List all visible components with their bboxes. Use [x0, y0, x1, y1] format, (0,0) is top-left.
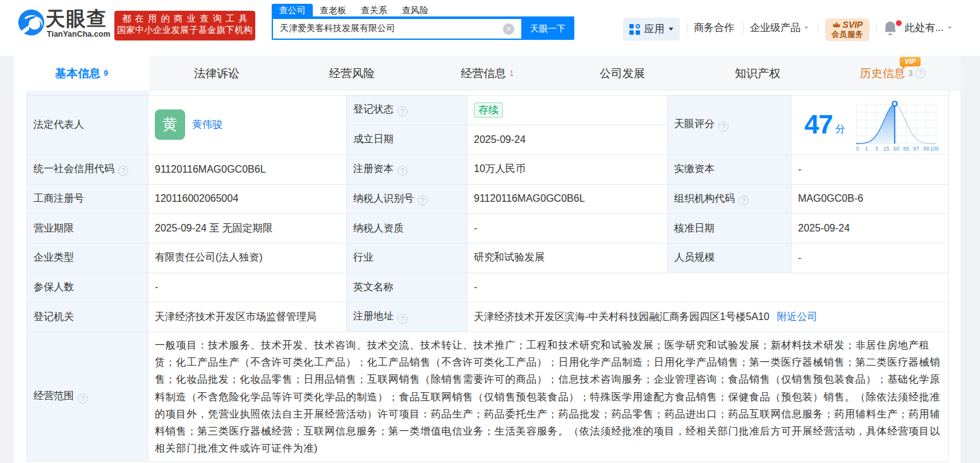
- label-registration-authority: 登记机关: [27, 302, 148, 332]
- table-row: [27, 90, 949, 95]
- tab-label: 历史信息: [860, 66, 905, 81]
- label-insured-count: 参保人数: [27, 273, 148, 302]
- tab-label: 知识产权: [735, 66, 780, 81]
- tab-legal-proceedings[interactable]: 法律诉讼: [149, 56, 284, 90]
- value-company-type: 有限责任公司(法人独资): [148, 243, 347, 273]
- value-taxpayer-qualification: -: [468, 214, 668, 244]
- label-staff-size: 人员规模: [668, 243, 792, 273]
- label-credit-code: 统一社会信用代码?: [27, 154, 148, 184]
- tab-label: 法律诉讼: [194, 66, 239, 81]
- tab-label: 经营风险: [329, 66, 375, 81]
- value-tianyan-score: 47 分: [792, 95, 949, 154]
- value-staff-size: -: [792, 243, 949, 273]
- label-company-type: 企业类型: [27, 243, 148, 273]
- score-number[interactable]: 47: [804, 109, 833, 140]
- header-menu: 应用 商务合作 企业级产品 SVIP 会员服务 此处有...: [0, 0, 980, 56]
- notification-dot: [896, 20, 902, 26]
- help-icon[interactable]: ?: [739, 195, 749, 206]
- help-icon[interactable]: ?: [78, 393, 88, 404]
- user-caret-icon: [947, 27, 952, 29]
- table-row: 参保人数 - 英文名称 -: [27, 273, 949, 302]
- label-paid-in-capital: 实缴资本: [668, 154, 792, 184]
- chart-axis-labels: 0131550859799100: [856, 145, 939, 152]
- tab-basic-info[interactable]: 基本信息9: [14, 56, 149, 91]
- section-tabs: 基本信息9 法律诉讼 经营风险 经营信息1 公司发展 知识产权 历史信息3? V…: [14, 56, 960, 90]
- separator: [902, 22, 902, 34]
- label-registration-status: 登记状态?: [347, 95, 468, 125]
- value-industry: 研究和试验发展: [468, 243, 668, 273]
- separator: [743, 22, 744, 34]
- user-menu[interactable]: 此处有...: [905, 22, 953, 35]
- basic-info-table: 法定代表人 黄 黄伟骏 登记状态? 存续 天眼评分? 47 分: [27, 90, 949, 462]
- table-row: 企业类型 有限责任公司(法人独资) 行业 研究和试验发展 人员规模 -: [27, 243, 949, 273]
- value-registration-authority: 天津经济技术开发区市场监督管理局: [148, 302, 347, 332]
- site-header: 天眼查 TianYanCha.com 都在用的商业查询工具 国家中小企业发展子基…: [0, 0, 980, 56]
- help-icon[interactable]: ?: [118, 166, 128, 176]
- help-icon[interactable]: ?: [397, 166, 408, 176]
- page-body: 基本信息9 法律诉讼 经营风险 经营信息1 公司发展 知识产权 历史信息3? V…: [0, 56, 980, 463]
- notification-bell-icon[interactable]: [883, 21, 900, 37]
- label-taxpayer-id: 纳税人识别号?: [347, 184, 468, 214]
- tab-count: 3: [909, 69, 913, 78]
- tab-label: 经营信息: [461, 66, 506, 81]
- value-business-term: 2025-09-24 至 无固定期限: [148, 214, 347, 244]
- help-icon[interactable]: ?: [418, 195, 428, 206]
- user-label: 此处有...: [905, 22, 943, 33]
- label-establishment-date: 成立日期: [347, 125, 468, 154]
- enterprise-caret-icon: [804, 27, 809, 29]
- svg-text:97: 97: [913, 145, 919, 152]
- value-credit-code: 91120116MAG0GC0B6L: [148, 154, 347, 184]
- value-legal-representative: 黄 黄伟骏: [148, 95, 347, 154]
- help-icon[interactable]: ?: [397, 314, 408, 324]
- score-unit: 分: [835, 123, 845, 136]
- svg-text:15: 15: [883, 145, 890, 152]
- label-business-term: 营业期限: [27, 214, 148, 244]
- value-registration-status: 存续: [468, 95, 668, 125]
- crown-icon: [832, 22, 841, 28]
- separator: [876, 22, 877, 34]
- svg-text:85: 85: [903, 145, 909, 152]
- value-taxpayer-id: 91120116MAG0GC0B6L: [468, 184, 668, 214]
- value-paid-in-capital: -: [792, 154, 949, 184]
- avatar[interactable]: 黄: [155, 109, 185, 140]
- value-organization-code: MAG0GC0B-6: [792, 184, 949, 214]
- svip-line1: SVIP: [825, 20, 869, 30]
- label-legal-representative: 法定代表人: [27, 95, 148, 154]
- tab-history-info[interactable]: 历史信息3? VIP: [825, 56, 960, 90]
- content-card: 基本信息9 法律诉讼 经营风险 经营信息1 公司发展 知识产权 历史信息3? V…: [14, 56, 960, 463]
- table-row: 登记机关 天津经济技术开发区市场监督管理局 注册地址? 天津经济技术开发区滨海-…: [27, 302, 949, 332]
- value-establishment-date: 2025-09-24: [468, 125, 668, 154]
- table-row: 经营范围? 一般项目：技术服务、技术开发、技术咨询、技术交流、技术转让、技术推广…: [27, 332, 949, 462]
- enterprise-label: 企业级产品: [750, 22, 801, 33]
- tab-intellectual-property[interactable]: 知识产权: [690, 56, 825, 90]
- tab-business-risk[interactable]: 经营风险: [284, 56, 420, 90]
- separator: [818, 22, 818, 34]
- value-registration-number: 120116002065004: [148, 184, 347, 214]
- apps-button[interactable]: 应用: [623, 18, 680, 40]
- help-icon[interactable]: ?: [916, 68, 926, 78]
- svg-text:50: 50: [893, 145, 899, 152]
- label-registered-address: 注册地址?: [347, 302, 468, 332]
- cooperation-link[interactable]: 商务合作: [694, 22, 734, 35]
- separator: [687, 22, 687, 34]
- label-business-scope: 经营范围?: [27, 332, 148, 462]
- label-registration-number: 工商注册号: [27, 184, 148, 214]
- table-row: 法定代表人 黄 黄伟骏 登记状态? 存续 天眼评分? 47 分: [27, 95, 949, 125]
- nearby-companies-link[interactable]: 附近公司: [777, 311, 818, 322]
- svg-text:0: 0: [856, 145, 859, 152]
- value-insured-count: -: [148, 273, 347, 302]
- help-icon[interactable]: ?: [397, 106, 408, 116]
- tab-company-development[interactable]: 公司发展: [555, 56, 690, 90]
- enterprise-link[interactable]: 企业级产品: [750, 22, 809, 35]
- tab-business-info[interactable]: 经营信息1: [420, 56, 555, 90]
- svip-button[interactable]: SVIP 会员服务: [825, 18, 869, 41]
- label-english-name: 英文名称: [347, 273, 468, 302]
- help-icon[interactable]: ?: [718, 121, 729, 132]
- value-registered-address: 天津经济技术开发区滨海-中关村科技园融汇商务园四区1号楼5A10附近公司: [468, 302, 949, 332]
- table-row: 营业期限 2025-09-24 至 无固定期限 纳税人资质 - 核准日期 202…: [27, 214, 949, 244]
- tab-count: 9: [104, 69, 108, 78]
- status-badge: 存续: [474, 102, 503, 118]
- svg-text:3: 3: [874, 145, 878, 152]
- label-organization-code: 组织机构代码?: [668, 184, 792, 214]
- legal-representative-link[interactable]: 黄伟骏: [192, 118, 222, 132]
